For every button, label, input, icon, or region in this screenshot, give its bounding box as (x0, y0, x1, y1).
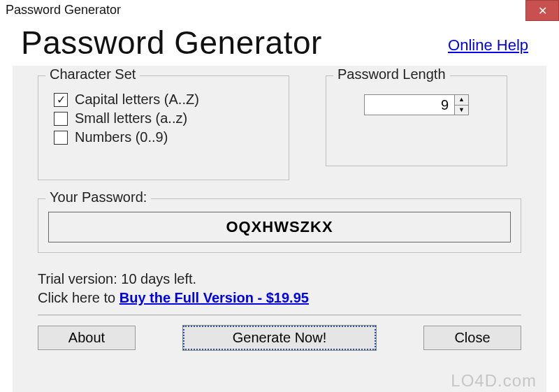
your-password-legend: Your Password: (45, 189, 151, 205)
checkbox-label: Numbers (0..9) (75, 129, 168, 145)
watermark: LO4D.com (451, 371, 537, 391)
checkbox-capital-letters[interactable]: ✓ Capital letters (A..Z) (54, 92, 273, 108)
trial-info: Trial version: 10 days left. Click here … (38, 270, 521, 307)
length-spinner: ▲ ▼ (364, 94, 469, 115)
your-password-group: Your Password: OQXHWSZKX (38, 198, 521, 253)
close-icon: ✕ (538, 4, 547, 17)
page-title: Password Generator (21, 24, 322, 61)
checkbox-icon: ✓ (54, 93, 68, 107)
trial-line1: Trial version: 10 days left. (38, 270, 521, 289)
checkbox-numbers[interactable]: Numbers (0..9) (54, 129, 273, 145)
generate-button[interactable]: Generate Now! (183, 326, 376, 350)
checkbox-icon (54, 131, 68, 145)
app-window: Password Generator ✕ Password Generator … (0, 0, 559, 392)
checkbox-icon (54, 112, 68, 126)
checkbox-label: Small letters (a..z) (75, 110, 187, 126)
character-set-group: Character Set ✓ Capital letters (A..Z) S… (38, 75, 289, 180)
about-button[interactable]: About (38, 326, 136, 350)
spinner-down-button[interactable]: ▼ (455, 106, 468, 115)
titlebar: Password Generator ✕ (0, 0, 559, 25)
chevron-down-icon: ▼ (458, 107, 465, 113)
checkbox-small-letters[interactable]: Small letters (a..z) (54, 110, 273, 126)
chevron-up-icon: ▲ (458, 96, 465, 103)
button-row: About Generate Now! Close (38, 326, 521, 350)
window-close-button[interactable]: ✕ (525, 0, 559, 21)
online-help-link[interactable]: Online Help (448, 36, 528, 61)
password-output[interactable]: OQXHWSZKX (48, 212, 511, 242)
spinner-up-button[interactable]: ▲ (455, 95, 468, 106)
length-input[interactable] (364, 94, 455, 115)
main-panel: Character Set ✓ Capital letters (A..Z) S… (13, 66, 546, 392)
trial-line2: Click here to Buy the Full Version - $19… (38, 289, 521, 307)
header-row: Password Generator Online Help (0, 24, 559, 66)
divider (38, 314, 521, 316)
character-set-legend: Character Set (45, 66, 140, 82)
spinner-buttons: ▲ ▼ (455, 94, 469, 115)
checkbox-label: Capital letters (A..Z) (75, 92, 199, 108)
password-length-legend: Password Length (333, 66, 450, 82)
buy-full-version-link[interactable]: Buy the Full Version - $19.95 (119, 290, 309, 305)
password-length-group: Password Length ▲ ▼ (326, 75, 507, 166)
close-button[interactable]: Close (423, 326, 521, 350)
trial-prefix: Click here to (38, 290, 119, 305)
window-title: Password Generator (0, 0, 128, 17)
options-row: Character Set ✓ Capital letters (A..Z) S… (38, 75, 521, 180)
